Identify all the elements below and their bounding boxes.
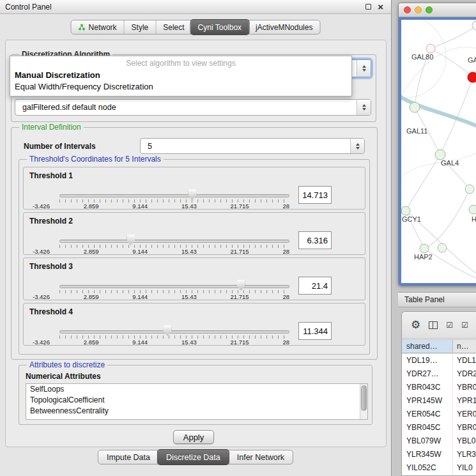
network-node[interactable]	[410, 102, 420, 112]
slider-scale-label: 15.43	[181, 203, 197, 210]
table-cell: YIL052C	[402, 461, 453, 475]
threshold-value-field[interactable]: 6.316	[298, 231, 332, 249]
slider-thumb[interactable]	[237, 280, 245, 291]
minimize-traffic-light-icon[interactable]	[415, 6, 422, 13]
tab-cyni-toolbox[interactable]: Cyni Toolbox	[191, 20, 249, 35]
threshold-box: Threshold 4 11.344 -3.4262.8599.14415.43…	[23, 303, 365, 346]
network-node[interactable]	[426, 44, 435, 53]
algorithm-option[interactable]: Equal Width/Frequency Discretization	[10, 81, 351, 93]
column-header-name[interactable]: n…	[453, 340, 476, 353]
select-all-icon[interactable]: ☑	[446, 321, 453, 330]
table-row[interactable]: YER054CYER0	[402, 408, 476, 421]
tab-network[interactable]: Network	[72, 20, 124, 34]
list-item[interactable]: SelfLoops	[26, 384, 367, 395]
network-canvas[interactable]: GAL80GAGAL11GAL4GCY1HHAP2	[401, 20, 476, 283]
group-title-thresholds: Threshold's Coordinates for 5 Intervals	[27, 155, 164, 164]
table-row[interactable]: YBR045CYBR0	[402, 421, 476, 434]
slider-scale-label: 9.144	[132, 339, 148, 346]
table-row[interactable]: YBR043CYBR0	[402, 381, 476, 394]
slider-scale-label: 15.43	[181, 248, 197, 255]
list-item[interactable]: TopologicalCoefficient	[26, 395, 367, 406]
columns-icon[interactable]	[429, 321, 438, 329]
table-cell: YER0	[453, 408, 476, 421]
table-row[interactable]: YBL079WYBL0	[402, 434, 476, 448]
list-scrollbar[interactable]	[360, 384, 367, 419]
slider-scale-label: 21.715	[231, 248, 249, 255]
arrow-down-icon	[362, 69, 366, 72]
slider-scale-label: 2.859	[84, 293, 99, 300]
list-item[interactable]: BetweennessCentrality	[26, 406, 367, 417]
control-panel-body: Discretization Algorithm Select algorith…	[5, 40, 387, 447]
bottom-tab-infer-network[interactable]: Infer Network	[228, 450, 293, 464]
table-panel-window: ⚙ ☑ ☑ shared… n… YDL19…YDL1YDR27…YDR2YBR…	[401, 311, 476, 476]
bottom-tab-discretize-data[interactable]: Discretize Data	[158, 450, 229, 464]
network-node[interactable]	[401, 206, 410, 215]
scrollbar-thumb[interactable]	[361, 385, 367, 411]
table-cell: YLR345W	[402, 448, 453, 461]
threshold-value-field[interactable]: 11.344	[298, 322, 332, 340]
table-cell: YPR145W	[402, 394, 453, 408]
network-node[interactable]	[469, 205, 476, 214]
network-node[interactable]	[438, 243, 447, 252]
table-row[interactable]: YIL052CYIL0	[402, 461, 476, 475]
tab-label: Style	[132, 23, 149, 32]
slider-thumb[interactable]	[188, 189, 196, 200]
network-view-frame: GAL80GAGAL11GAL4GCY1HHAP2	[399, 17, 476, 286]
slider-scale-label: -3.426	[33, 203, 50, 210]
network-window-titlebar[interactable]	[399, 3, 476, 17]
combobox-stepper-icon[interactable]	[357, 60, 371, 77]
slider-scale-label: 21.715	[231, 293, 249, 300]
threshold-label: Threshold 1	[29, 171, 73, 180]
slider-thumb[interactable]	[127, 234, 135, 245]
slider-scale-label: 28	[282, 248, 289, 255]
table-data-combobox[interactable]: galFiltered.sif default node	[15, 99, 371, 116]
number-of-intervals-combobox[interactable]: 5	[140, 138, 365, 154]
slider-scale-label: 21.715	[231, 203, 249, 210]
algorithm-option[interactable]: Manual Discretization	[10, 70, 351, 81]
tab-style[interactable]: Style	[124, 20, 156, 34]
column-header-shared-name[interactable]: shared…	[402, 340, 453, 353]
control-panel-window: Control Panel × NetworkStyleSelectCyni T…	[0, 0, 392, 476]
network-icon	[79, 24, 86, 31]
table-row[interactable]: YDR27…YDR2	[402, 367, 476, 381]
slider-scale: -3.4262.8599.14415.4321.71528	[33, 293, 289, 300]
tab-jactivemnodules[interactable]: jActiveMNodules	[248, 20, 319, 34]
table-panel-titlebar[interactable]: Table Panel	[398, 292, 476, 307]
threshold-value-field[interactable]: 14.713	[298, 186, 332, 204]
tab-label: jActiveMNodules	[256, 23, 312, 32]
tab-select[interactable]: Select	[155, 20, 191, 34]
slider-thumb[interactable]	[164, 325, 172, 336]
table-cell: YER054C	[402, 408, 453, 421]
table-row[interactable]: YPR145WYPR1	[402, 394, 476, 408]
zoom-traffic-light-icon[interactable]	[426, 6, 433, 13]
control-panel-titlebar[interactable]: Control Panel ×	[0, 0, 391, 14]
gear-icon[interactable]: ⚙	[411, 318, 420, 332]
table-cell: YPR1	[453, 394, 476, 408]
node-label: HAP2	[414, 253, 433, 261]
slider-track	[59, 285, 289, 288]
slider-track	[59, 240, 289, 243]
close-window-icon[interactable]: ×	[378, 4, 383, 10]
threshold-value-field[interactable]: 21.4	[298, 277, 332, 295]
numerical-attributes-list: SelfLoopsTopologicalCoefficientBetweenne…	[26, 384, 367, 417]
slider-scale-label: -3.426	[33, 248, 50, 255]
selected-node[interactable]	[468, 72, 476, 82]
combobox-stepper-icon[interactable]	[350, 139, 364, 153]
select-none-icon[interactable]: ☑	[461, 321, 468, 330]
node-label: GA	[468, 56, 476, 64]
apply-button[interactable]: Apply	[173, 430, 214, 444]
threshold-label: Threshold 4	[29, 307, 73, 316]
algorithm-dropdown-popup: Select algorithm to view settings Manual…	[10, 56, 352, 96]
group-title-interval-definition: Interval Definition	[19, 123, 84, 132]
close-traffic-light-icon[interactable]	[404, 6, 411, 13]
network-node[interactable]	[420, 244, 429, 253]
table-cell: YDL1	[453, 354, 476, 367]
network-node[interactable]	[435, 150, 445, 160]
combobox-stepper-icon[interactable]	[357, 100, 371, 115]
bottom-tab-impute-data[interactable]: Impute Data	[98, 450, 158, 464]
table-row[interactable]: YDL19…YDL1	[402, 354, 476, 367]
table-row[interactable]: YLR345WYLR3	[402, 448, 476, 461]
float-window-icon[interactable]	[365, 4, 371, 10]
table-cell: YBL0	[453, 434, 476, 448]
network-node[interactable]	[465, 185, 474, 194]
